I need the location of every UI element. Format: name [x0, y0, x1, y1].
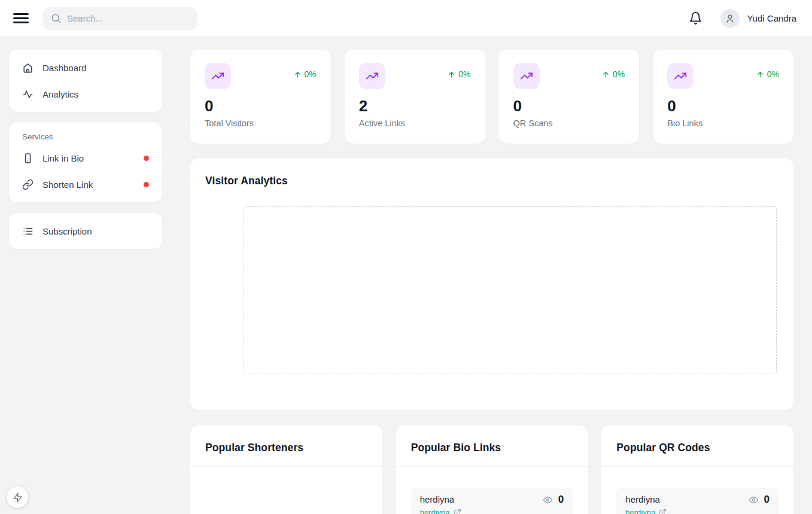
stat-value: 0 — [205, 97, 317, 115]
sidebar-item-label: Dashboard — [42, 63, 86, 73]
stat-change-value: 0% — [767, 69, 779, 79]
stat-card-active-links: 0% 2 Active Links — [345, 50, 485, 144]
trending-up-icon — [513, 63, 540, 89]
stat-label: Active Links — [359, 118, 471, 128]
stats-row: 0% 0 Total Visitors 0% — [190, 50, 793, 144]
eye-icon — [749, 495, 759, 505]
user-name: Yudi Candra — [747, 13, 796, 23]
search-box[interactable] — [43, 7, 197, 30]
zap-fab-button[interactable] — [7, 486, 28, 508]
services-heading: Services — [14, 125, 157, 145]
visitor-analytics-title: Visitor Analytics — [205, 175, 777, 187]
popular-item[interactable]: herdiyna 0 herdiyna — [616, 488, 779, 514]
stat-value: 0 — [513, 97, 625, 115]
popular-card-body — [190, 467, 382, 488]
notification-dot — [144, 182, 149, 187]
visitor-analytics-card: Visitor Analytics — [190, 159, 793, 410]
stat-label: QR Scans — [513, 118, 625, 128]
trending-up-icon — [359, 63, 385, 89]
stat-card-top: 0% — [205, 63, 317, 89]
user-menu[interactable]: Yudi Candra — [720, 9, 796, 28]
stat-value: 0 — [667, 97, 779, 115]
popular-item-sublink[interactable]: herdiyna — [625, 508, 770, 514]
activity-icon — [22, 89, 34, 100]
sidebar-services-nav: Services Link in Bio Shorten Link — [9, 123, 162, 202]
external-link-icon — [659, 509, 667, 514]
sidebar-item-shorten-link[interactable]: Shorten Link — [14, 171, 157, 197]
popular-bio-links-card: Popular Bio Links herdiyna 0 — [396, 425, 588, 514]
arrow-up-icon — [294, 71, 302, 78]
popular-item-views: 0 — [543, 494, 564, 506]
menu-bar — [13, 22, 29, 23]
stat-change-value: 0% — [613, 69, 625, 79]
popular-item-name: herdiyna — [420, 494, 455, 506]
search-icon — [50, 13, 62, 24]
popular-card-header: Popular Bio Links — [396, 425, 588, 467]
user-icon — [725, 13, 735, 24]
popular-item-name: herdiyna — [625, 494, 660, 506]
stat-label: Bio Links — [667, 118, 779, 128]
sidebar: Dashboard Analytics Services Link in Bio… — [0, 37, 162, 260]
stat-value: 2 — [359, 97, 471, 115]
popular-card-body: herdiyna 0 herdiyna — [601, 467, 793, 514]
trending-up-icon — [205, 63, 231, 89]
sidebar-item-subscription[interactable]: Subscription — [14, 218, 157, 244]
notification-dot — [144, 156, 149, 161]
sidebar-item-label: Analytics — [42, 89, 78, 99]
app-root: Yudi Candra Dashboard Analytics Services — [0, 0, 812, 514]
popular-item-views: 0 — [749, 494, 770, 506]
eye-icon — [543, 495, 553, 505]
main-content: 0% 0 Total Visitors 0% — [162, 37, 812, 514]
arrow-up-icon — [602, 71, 610, 78]
popular-card-title: Popular Shorteners — [205, 442, 368, 454]
popular-item-row: herdiyna 0 — [420, 494, 564, 506]
link-icon — [22, 179, 34, 190]
search-input[interactable] — [67, 13, 190, 23]
stat-change-value: 0% — [305, 69, 317, 79]
sidebar-item-dashboard[interactable]: Dashboard — [14, 54, 157, 81]
list-icon — [22, 226, 34, 237]
sidebar-item-label: Subscription — [42, 226, 92, 236]
popular-item[interactable]: herdiyna 0 herdiyna — [410, 488, 574, 514]
stat-change: 0% — [448, 63, 470, 79]
popular-row: Popular Shorteners Popular Bio Links her… — [190, 425, 793, 514]
avatar — [720, 9, 740, 28]
sidebar-item-link-in-bio[interactable]: Link in Bio — [14, 145, 157, 171]
bell-icon[interactable] — [689, 11, 702, 25]
popular-item-sublink-text: herdiyna — [420, 508, 450, 514]
home-icon — [22, 62, 34, 74]
popular-card-body: herdiyna 0 herdiyna — [396, 467, 588, 514]
menu-icon[interactable] — [13, 11, 30, 26]
stat-card-top: 0% — [667, 63, 779, 89]
smartphone-icon — [22, 153, 34, 164]
stat-change: 0% — [756, 63, 779, 79]
stat-card-top: 0% — [513, 63, 625, 89]
sidebar-footer-nav: Subscription — [9, 213, 162, 249]
popular-item-sublink[interactable]: herdiyna — [420, 508, 564, 514]
sidebar-main-nav: Dashboard Analytics — [9, 50, 162, 112]
stat-card-total-visitors: 0% 0 Total Visitors — [190, 50, 331, 144]
stat-change: 0% — [294, 63, 317, 79]
popular-card-header: Popular Shorteners — [190, 425, 382, 467]
popular-card-header: Popular QR Codes — [601, 425, 793, 467]
arrow-up-icon — [756, 71, 764, 78]
stat-card-bio-links: 0% 0 Bio Links — [653, 50, 793, 144]
zap-icon — [13, 492, 23, 503]
trending-up-icon — [667, 63, 694, 89]
sidebar-item-label: Shorten Link — [42, 180, 93, 190]
popular-card-title: Popular Bio Links — [411, 442, 574, 454]
stat-change-value: 0% — [458, 69, 470, 79]
popular-item-view-count: 0 — [558, 494, 564, 506]
popular-card-title: Popular QR Codes — [616, 442, 779, 454]
popular-item-row: herdiyna 0 — [625, 494, 770, 506]
stat-card-top: 0% — [359, 63, 471, 89]
visitor-analytics-chart-placeholder — [244, 206, 777, 373]
popular-item-view-count: 0 — [764, 494, 770, 506]
arrow-up-icon — [448, 71, 455, 78]
stat-change: 0% — [602, 63, 625, 79]
sidebar-item-analytics[interactable]: Analytics — [14, 81, 157, 107]
sidebar-item-label: Link in Bio — [42, 153, 84, 163]
external-link-icon — [454, 509, 461, 514]
popular-shorteners-card: Popular Shorteners — [190, 425, 382, 514]
popular-qr-codes-card: Popular QR Codes herdiyna 0 — [601, 425, 793, 514]
